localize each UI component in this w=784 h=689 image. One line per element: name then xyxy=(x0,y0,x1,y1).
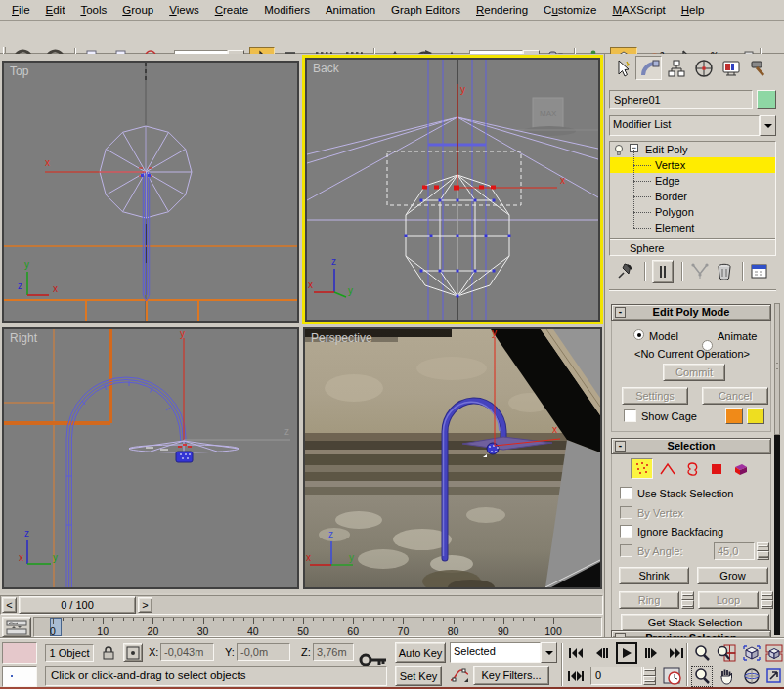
use-stack-selection-checkbox[interactable] xyxy=(620,487,632,499)
modifier-list-arrow[interactable] xyxy=(760,115,776,136)
default-in-out-tangents-button[interactable] xyxy=(449,667,470,686)
next-frame-button[interactable] xyxy=(642,644,662,662)
previous-frame-button[interactable] xyxy=(591,644,611,662)
loop-spinner[interactable] xyxy=(761,591,773,609)
key-filter-scope-arrow[interactable] xyxy=(541,642,557,663)
border-subobject-button[interactable] xyxy=(680,458,703,479)
zoom-extents-button[interactable] xyxy=(741,642,762,664)
time-configuration-button[interactable] xyxy=(663,667,682,688)
commit-button[interactable]: Commit xyxy=(663,364,725,381)
time-slider-next-button[interactable]: > xyxy=(138,597,152,613)
get-stack-selection-button[interactable]: Get Stack Selection xyxy=(621,614,769,631)
stack-row-polygon[interactable]: Polygon xyxy=(610,204,775,220)
ring-button[interactable]: Ring xyxy=(619,591,679,609)
pin-stack-button[interactable] xyxy=(615,262,636,283)
shrink-button[interactable]: Shrink xyxy=(619,567,689,584)
track-bar-ruler[interactable]: 0102030405060708090100 xyxy=(33,617,602,637)
viewport-perspective-label[interactable]: Perspective xyxy=(311,331,372,345)
vertex-subobject-button[interactable] xyxy=(631,458,653,479)
rollout-preview-selection-header[interactable]: - Preview Selection xyxy=(611,630,771,638)
by-angle-checkbox[interactable] xyxy=(620,544,632,557)
object-color-swatch[interactable] xyxy=(757,90,776,109)
modifier-list-dropdown[interactable]: Modifier List xyxy=(609,115,776,136)
time-slider-handle[interactable]: 0 / 100 xyxy=(19,596,136,614)
open-mini-curve-editor-button[interactable] xyxy=(2,617,31,637)
cage-color-swatch-1[interactable] xyxy=(725,408,743,424)
panel-scrollbar[interactable] xyxy=(774,303,780,635)
show-cage-checkbox[interactable] xyxy=(624,409,636,422)
menu-group[interactable]: Group xyxy=(114,2,161,18)
viewport-perspective[interactable]: y x z x y Perspective xyxy=(303,327,602,589)
set-key-button[interactable]: Set Key xyxy=(395,666,442,686)
object-name-field[interactable]: Sphere01 xyxy=(609,90,753,109)
menu-animation[interactable]: Animation xyxy=(318,2,383,18)
loop-button[interactable]: Loop xyxy=(698,591,759,609)
stack-row-edit-poly[interactable]: − Edit Poly xyxy=(610,142,775,157)
menu-rendering[interactable]: Rendering xyxy=(468,2,536,18)
color-swatch-white[interactable] xyxy=(2,666,37,687)
tab-display[interactable] xyxy=(718,56,744,80)
menu-create[interactable]: Create xyxy=(207,2,257,18)
grow-button[interactable]: Grow xyxy=(697,567,768,584)
show-end-result-button[interactable] xyxy=(652,260,674,283)
region-zoom-button[interactable] xyxy=(691,666,713,687)
edge-subobject-button[interactable] xyxy=(656,458,678,479)
viewport-back[interactable]: MAX xyxy=(305,58,600,322)
key-filters-button[interactable]: Key Filters... xyxy=(473,666,549,685)
collapse-icon[interactable]: - xyxy=(615,441,626,452)
stack-row-sphere[interactable]: Sphere xyxy=(610,240,775,256)
model-radio[interactable] xyxy=(633,329,644,340)
time-slider-prev-button[interactable]: < xyxy=(2,597,17,613)
play-button[interactable] xyxy=(616,642,637,664)
configure-modifier-sets-button[interactable] xyxy=(750,262,771,283)
ignore-backfacing-checkbox[interactable] xyxy=(620,525,632,538)
frame-spinner[interactable] xyxy=(643,667,656,685)
pan-button[interactable] xyxy=(716,666,737,687)
element-subobject-button[interactable] xyxy=(729,458,752,479)
viewport-back-label[interactable]: Back xyxy=(313,62,339,75)
absolute-mode-toggle[interactable] xyxy=(123,643,143,662)
collapse-icon[interactable]: - xyxy=(615,307,626,318)
menu-modifiers[interactable]: Modifiers xyxy=(256,2,318,18)
key-mode-toggle-button[interactable] xyxy=(566,667,586,685)
by-vertex-checkbox[interactable] xyxy=(620,506,632,519)
stack-row-border[interactable]: Border xyxy=(610,189,775,204)
ring-spinner[interactable] xyxy=(681,591,694,609)
z-coordinate-field[interactable]: 3,76m xyxy=(313,643,354,661)
rollout-edit-poly-mode-header[interactable]: - Edit Poly Mode xyxy=(611,304,771,321)
viewport-right[interactable]: y z z x y xyxy=(2,327,299,589)
key-filter-scope-dropdown[interactable]: Selected xyxy=(450,642,557,663)
lamp-right-view[interactable]: y z xyxy=(129,328,290,462)
menu-views[interactable]: Views xyxy=(161,2,206,18)
by-angle-spinner[interactable] xyxy=(757,542,769,560)
menu-help[interactable]: Help xyxy=(674,2,713,18)
menu-tools[interactable]: Tools xyxy=(72,2,114,18)
current-frame-field[interactable]: 0 xyxy=(590,667,642,685)
zoom-extents-all-button[interactable] xyxy=(764,642,784,664)
polygon-subobject-button[interactable] xyxy=(705,458,727,479)
viewport-right-label[interactable]: Right xyxy=(10,331,37,345)
stack-row-edge[interactable]: Edge xyxy=(610,173,775,189)
cancel-button[interactable]: Cancel xyxy=(702,387,768,405)
cage-color-swatch-2[interactable] xyxy=(747,408,764,424)
tab-hierarchy[interactable] xyxy=(663,56,689,80)
by-angle-field[interactable]: 45,0 xyxy=(714,542,755,560)
y-coordinate-field[interactable]: -0,0m xyxy=(237,643,290,661)
tab-modify[interactable] xyxy=(635,56,662,80)
menu-graph-editors[interactable]: Graph Editors xyxy=(383,2,468,18)
menu-maxscript[interactable]: MAXScript xyxy=(604,2,673,18)
go-to-start-button[interactable] xyxy=(566,644,586,662)
settings-button[interactable]: Settings xyxy=(622,387,688,405)
tab-utilities[interactable] xyxy=(745,56,771,80)
viewport-top-label[interactable]: Top xyxy=(10,65,28,78)
selection-lock-toggle[interactable] xyxy=(100,644,117,664)
menu-edit[interactable]: Edit xyxy=(38,2,73,18)
zoom-all-button[interactable] xyxy=(716,642,737,664)
color-swatch-pink[interactable] xyxy=(2,642,37,664)
auto-key-button[interactable]: Auto Key xyxy=(395,642,446,663)
min-max-toggle-button[interactable] xyxy=(764,666,784,687)
stack-row-element[interactable]: Element xyxy=(610,220,775,236)
menu-customize[interactable]: Customize xyxy=(536,2,604,18)
stack-row-vertex[interactable]: Vertex xyxy=(610,157,775,173)
tab-create[interactable] xyxy=(608,56,634,80)
